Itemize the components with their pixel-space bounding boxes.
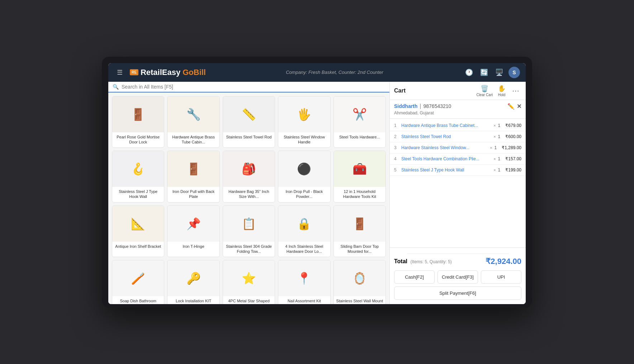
product-card[interactable]: 📋 Stainless Steel 304 Grade Folding Tow.… (223, 205, 275, 257)
product-name: Stainless Steel Towel Rod (223, 132, 275, 146)
product-image: 🔑 (167, 260, 219, 296)
edit-customer-button[interactable]: ✏️ (507, 103, 515, 110)
product-name: Iron Door Pull with Back Plate (167, 187, 219, 202)
cart-item-name[interactable]: Steel Tools Hardware Combination Plie... (401, 156, 491, 161)
more-options-button[interactable]: ⋯ (510, 85, 521, 96)
product-card[interactable]: 🚪 Pearl Rose Gold Mortise Door Lock (112, 96, 164, 148)
menu-button[interactable]: ☰ (114, 67, 126, 78)
product-image: 🪝 (112, 151, 164, 187)
cart-item: 4 Steel Tools Hardware Combination Plie.… (390, 153, 526, 165)
product-image: 🔒 (278, 206, 330, 242)
cart-item-qty: 1 (498, 167, 501, 172)
logo-box: RE (130, 69, 138, 75)
product-image: 📌 (167, 206, 219, 242)
credit-card-button[interactable]: Credit Card[F3] (437, 270, 478, 284)
cart-item-price: ₹1,289.00 (502, 145, 521, 150)
product-name: Hardware Bag 35" Inch Size With... (223, 187, 275, 202)
payment-row: Cash[F2] Credit Card[F3] UPI (394, 270, 521, 284)
cart-header: Cart 🗑️ Clear Cart ✋ Hold ⋯ (390, 82, 526, 100)
search-bar: 🔍 (108, 82, 389, 93)
logo-product: GoBill (183, 68, 206, 77)
cart-item-price: ₹199.00 (505, 167, 521, 172)
cart-item: 5 Stainless Steel J Type Hook Wall × 1 ₹… (390, 165, 526, 176)
clock-button[interactable]: 🕐 (463, 67, 475, 78)
hold-group[interactable]: ✋ Hold (498, 85, 506, 97)
search-input[interactable] (122, 84, 385, 90)
clear-cart-group[interactable]: 🗑️ Clear Cart (476, 85, 493, 97)
product-card[interactable]: 🔧 Hardware Antique Brass Tube Cabin... (167, 96, 219, 148)
product-image: 📋 (223, 206, 275, 242)
product-name: 12 in 1 Household Hardware Tools Kit (334, 187, 385, 202)
product-image: 📐 (112, 206, 164, 242)
monitor-button[interactable]: 🖥️ (493, 67, 505, 78)
upi-button[interactable]: UPI (481, 270, 521, 284)
product-name: Nail Assortment Kit (278, 296, 330, 304)
product-card[interactable]: 📍 Nail Assortment Kit (278, 260, 330, 304)
product-card[interactable]: 📐 Antique Iron Shelf Bracket (112, 205, 164, 257)
product-name: Sliding Barn Door Top Mounted for... (334, 242, 385, 257)
cart-item-number: 4 (394, 156, 399, 161)
cart-footer: Total (Items: 5, Quantity: 5) ₹2,924.00 … (390, 247, 526, 304)
cart-items-list: 1 Hardware Antique Brass Tube Cabinet...… (390, 119, 526, 247)
customer-row: Siddharth | 9876543210 ✏️ ✕ (390, 100, 526, 110)
product-image: 📏 (223, 96, 275, 132)
cart-item-qty: 1 (495, 145, 497, 150)
avatar[interactable]: S (508, 67, 520, 78)
total-sub: (Items: 5, Quantity: 5) (410, 259, 451, 264)
product-card[interactable]: 🪥 Soap Dish Bathroom Accessories (112, 260, 164, 304)
product-name: 4PC Metal Star Shaped Furniture... (223, 296, 275, 304)
hold-label: Hold (498, 93, 506, 97)
product-card[interactable]: 🔒 4 Inch Stainless Steel Hardware Door L… (278, 205, 330, 257)
refresh-button[interactable]: 🔄 (478, 67, 490, 78)
cart-item-number: 1 (394, 123, 399, 128)
products-grid: 🚪 Pearl Rose Gold Mortise Door Lock 🔧 Ha… (112, 96, 386, 304)
product-name: 4 Inch Stainless Steel Hardware Door Lo.… (278, 242, 330, 257)
logo: RE RetailEasy GoBill (130, 68, 206, 77)
product-name: Steel Tools Hardware... (334, 132, 385, 146)
cart-item-price: ₹679.00 (505, 123, 521, 128)
cart-total-row: Total (Items: 5, Quantity: 5) ₹2,924.00 (394, 257, 521, 266)
cart-item-name[interactable]: Hardware Antique Brass Tube Cabinet... (401, 123, 491, 128)
product-name: Stainless Steel Wall Mount Bathroom... (334, 296, 385, 304)
product-card[interactable]: ✂️ Steel Tools Hardware... (333, 96, 386, 148)
close-customer-button[interactable]: ✕ (517, 103, 521, 110)
product-image: 🚪 (334, 206, 385, 242)
customer-name: Siddharth (394, 103, 417, 109)
cart-item-name[interactable]: Hardware Stainless Steel Window... (401, 145, 488, 150)
total-label: Total (Items: 5, Quantity: 5) (394, 258, 452, 265)
product-card[interactable]: 🚪 Iron Door Pull with Back Plate (167, 151, 219, 203)
cart-item: 2 Stainless Steel Towel Rod × 1 ₹600.00 (390, 131, 526, 142)
product-card[interactable]: ⭐ 4PC Metal Star Shaped Furniture... (223, 260, 275, 304)
split-payment-button[interactable]: Split Payment[F6] (394, 287, 521, 300)
hold-icon: ✋ (498, 85, 506, 93)
product-card[interactable]: 📌 Iron T-Hinge (167, 205, 219, 257)
cart-item-number: 2 (394, 134, 399, 139)
product-image: 🚪 (167, 151, 219, 187)
product-card[interactable]: ⚫ Iron Drop Pull - Black Powder... (278, 151, 330, 203)
cash-button[interactable]: Cash[F2] (394, 270, 435, 284)
screen: ☰ RE RetailEasy GoBill Company: Fresh Ba… (108, 63, 526, 304)
customer-location: Ahmedabad, Gujarat (390, 110, 526, 119)
product-card[interactable]: 🪝 Stainless Steel J Type Hook Wall (112, 151, 164, 203)
main-content: 🔍 🚪 Pearl Rose Gold Mortise Door Lock 🔧 (108, 82, 526, 304)
product-card[interactable]: 🚪 Sliding Barn Door Top Mounted for... (333, 205, 386, 257)
product-image: 🪞 (334, 260, 385, 296)
cart-item-number: 5 (394, 167, 399, 172)
cart-item-name[interactable]: Stainless Steel Towel Rod (401, 134, 491, 139)
product-image: 🚪 (112, 96, 164, 132)
product-image: 📍 (278, 260, 330, 296)
product-card[interactable]: 🖐️ Stainless Steel Window Handle (278, 96, 330, 148)
product-card[interactable]: 📏 Stainless Steel Towel Rod (223, 96, 275, 148)
cart-item-name[interactable]: Stainless Steel J Type Hook Wall (401, 167, 491, 172)
header-actions: 🕐 🔄 🖥️ S (463, 67, 520, 78)
product-name: Pearl Rose Gold Mortise Door Lock (112, 132, 164, 148)
cart-item-price: ₹157.00 (505, 156, 521, 161)
product-name: Lock Installation KIT (167, 296, 219, 304)
product-card[interactable]: 🔑 Lock Installation KIT (167, 260, 219, 304)
product-name: Hardware Antique Brass Tube Cabin... (167, 132, 219, 148)
product-name: Iron Drop Pull - Black Powder... (278, 187, 330, 202)
product-card[interactable]: 🪞 Stainless Steel Wall Mount Bathroom... (333, 260, 386, 304)
product-card[interactable]: 🧰 12 in 1 Household Hardware Tools Kit (333, 151, 386, 203)
product-card[interactable]: 🎒 Hardware Bag 35" Inch Size With... (223, 151, 275, 203)
cart-total-amount: ₹2,924.00 (486, 257, 521, 266)
